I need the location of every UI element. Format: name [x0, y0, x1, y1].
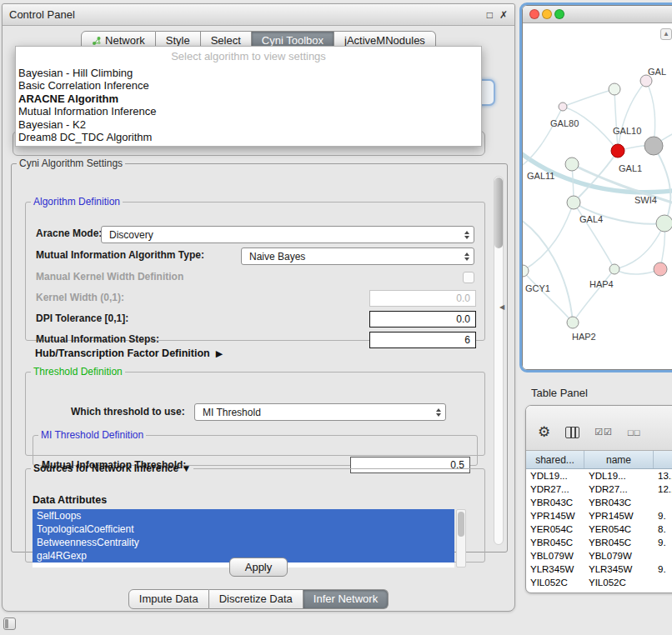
network-node[interactable] [609, 83, 620, 95]
scrollbar-thumb[interactable] [494, 178, 503, 248]
network-node[interactable] [656, 215, 672, 232]
hub-section-toggle[interactable]: Hub/Transcription Factor Definition ▶ [35, 348, 223, 359]
network-node[interactable] [559, 102, 567, 111]
select-all-checkboxes-icon[interactable]: ☑☑ [594, 427, 613, 438]
network-node[interactable] [609, 264, 619, 274]
column-header-name[interactable]: name [584, 451, 654, 468]
table-row[interactable]: YBR043CYBR043C [526, 496, 672, 509]
table-cell: YER054C [584, 524, 654, 534]
network-window-titlebar[interactable] [523, 6, 672, 23]
column-view-icon[interactable] [565, 427, 579, 438]
network-edge[interactable] [563, 89, 614, 107]
algorithm-definition-title: Algorithm Definition [33, 196, 120, 208]
network-node[interactable] [567, 317, 579, 328]
bottom-tab-discretize-data[interactable]: Discretize Data [209, 589, 303, 609]
network-node-label: GAL [648, 67, 666, 77]
aracne-mode-value: Discovery [109, 229, 153, 241]
float-window-icon[interactable]: □ [487, 10, 493, 20]
table-row[interactable]: YBL079WYBL079W [526, 549, 672, 562]
dropdown-item-basic-correlation-inference[interactable]: Basic Correlation Inference [16, 79, 481, 92]
network-node[interactable] [644, 137, 663, 155]
network-node[interactable] [567, 196, 580, 209]
close-traffic-light[interactable] [529, 9, 539, 19]
table-row[interactable]: YIL052CYIL052C [526, 576, 672, 589]
dpi-tolerance-input[interactable] [369, 311, 476, 328]
algorithm-dropdown: Select algorithm to view settings Bayesi… [15, 46, 482, 147]
mi-type-select[interactable]: Naive Bayes [241, 248, 474, 265]
minimize-traffic-light[interactable] [542, 9, 552, 19]
table-cell: YBR045C [584, 538, 654, 548]
network-node-label: GAL1 [619, 163, 642, 173]
network-edge[interactable] [614, 223, 664, 269]
network-edge[interactable] [614, 89, 618, 151]
table-cell: 12... [654, 484, 672, 494]
table-toolbar: ⚙ ☑☑ □□ [526, 406, 672, 451]
dropdown-item-dream8-dc-tdc-algorithm[interactable]: Dream8 DC_TDC Algorithm [16, 131, 481, 143]
network-canvas[interactable]: GALGAL80GAL10GAL11GAL1SWI4GAL4GCY1HAP4HA… [523, 23, 672, 369]
dropdown-items: Bayesian - Hill ClimbingBasic Correlatio… [16, 67, 481, 143]
splitter-collapse-arrow[interactable]: ◀ [499, 303, 504, 311]
network-node[interactable] [611, 144, 624, 158]
restore-panel-icon[interactable] [3, 618, 16, 630]
network-edge[interactable] [574, 151, 618, 202]
network-node[interactable] [654, 262, 667, 276]
network-edge[interactable] [563, 107, 618, 151]
scroll-up-arrow-icon[interactable]: ▲ [660, 28, 672, 40]
network-node[interactable] [523, 265, 529, 277]
network-node-label: GAL4 [579, 214, 603, 224]
deselect-all-checkboxes-icon[interactable]: □□ [628, 428, 640, 438]
mi-steps-input[interactable] [369, 332, 476, 348]
table-row[interactable]: YBR045CYBR045C9. [526, 536, 672, 549]
table-row[interactable]: YDL19...YDL19...13... [526, 469, 672, 482]
dropdown-item-aracne-algorithm[interactable]: ARACNE Algorithm [16, 92, 481, 105]
settings-group-title: Cyni Algorithm Settings [19, 158, 123, 169]
bottom-tab-impute-data[interactable]: Impute Data [128, 589, 209, 609]
dropdown-item-bayesian-k2[interactable]: Bayesian - K2 [16, 118, 481, 131]
network-edge[interactable] [523, 271, 573, 322]
expanded-arrow-icon[interactable]: ▼ [181, 462, 191, 474]
network-edge[interactable] [523, 217, 573, 322]
attribute-item-topologicalcoefficient[interactable]: TopologicalCoefficient [33, 522, 454, 536]
table-cell: YBR045C [526, 538, 584, 548]
sources-title: Sources for Network Inference [33, 462, 178, 474]
sources-group: Sources for Network Inference ▼ Data Att… [25, 462, 485, 562]
which-threshold-select[interactable]: MI Threshold [194, 403, 446, 421]
network-node-label: GCY1 [525, 283, 550, 293]
close-window-icon[interactable]: ✗ [499, 10, 508, 20]
attribute-item-selfloops[interactable]: SelfLoops [33, 509, 454, 522]
tab-label: Style [166, 34, 190, 47]
column-header-shared[interactable]: shared... [526, 451, 584, 468]
network-edge[interactable] [523, 202, 574, 271]
control-panel-window: Control Panel □ ✗ NetworkStyleSelectCyni… [2, 3, 515, 612]
table-row[interactable]: YPR145WYPR145W9. [526, 509, 672, 522]
kernel-width-input[interactable] [369, 290, 476, 307]
table-row[interactable]: YER054CYER054C8. [526, 522, 672, 536]
dropdown-item-bayesian-hill-climbing[interactable]: Bayesian - Hill Climbing [16, 67, 481, 79]
apply-button[interactable]: Apply [229, 558, 288, 577]
manual-kernel-checkbox[interactable] [463, 272, 474, 283]
network-edge[interactable] [618, 81, 646, 151]
zoom-traffic-light[interactable] [554, 9, 564, 19]
aracne-mode-select[interactable]: Discovery [101, 226, 474, 243]
scrollbar-thumb[interactable] [458, 512, 464, 537]
settings-scrollbar[interactable] [494, 176, 504, 545]
network-node[interactable] [640, 75, 652, 87]
attribute-item-betweennesscentrality[interactable]: BetweennessCentrality [33, 536, 454, 549]
dropdown-item-mutual-information-inference[interactable]: Mutual Information Inference [16, 105, 481, 118]
collapsed-arrow-icon: ▶ [216, 348, 223, 359]
network-node[interactable] [565, 158, 579, 171]
gear-icon[interactable]: ⚙ [538, 425, 550, 439]
network-edge[interactable] [646, 81, 655, 146]
table-cell: YDL19... [584, 471, 654, 481]
network-edge[interactable] [654, 146, 670, 223]
attributes-scrollbar[interactable] [456, 509, 466, 568]
column-header-col2[interactable] [654, 451, 672, 468]
table-row[interactable]: YDR27...YDR27...12... [526, 482, 672, 496]
hub-section-label: Hub/Transcription Factor Definition [35, 348, 210, 359]
table-cell: YBL079W [526, 551, 584, 561]
table-row[interactable]: YLR345WYLR345W9. [526, 562, 672, 576]
tab-label: Select [211, 34, 241, 47]
network-edge[interactable] [573, 269, 614, 322]
table-cell: 9. [654, 564, 672, 574]
bottom-tab-infer-network[interactable]: Infer Network [303, 589, 389, 609]
